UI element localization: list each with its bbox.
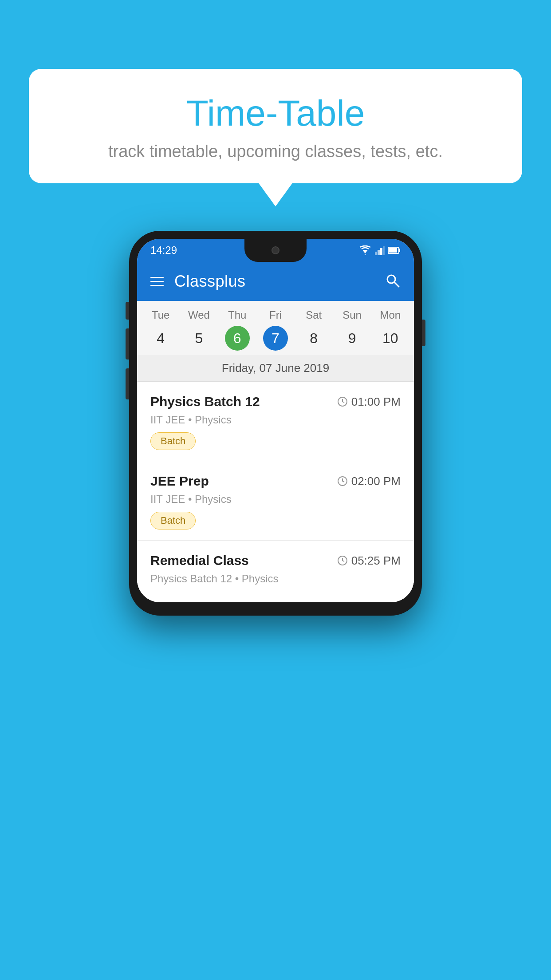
day-name: Fri	[269, 309, 282, 321]
class-name: Physics Batch 12	[150, 394, 260, 409]
bubble-title: Time-Table	[47, 93, 504, 133]
day-number: 5	[186, 326, 211, 351]
day-column-8[interactable]: Sat8	[295, 309, 333, 351]
volume-down-button	[126, 328, 129, 360]
svg-line-9	[394, 282, 399, 287]
day-number: 8	[301, 326, 326, 351]
schedule-item-top: JEE Prep 02:00 PM	[150, 474, 401, 489]
day-name: Sun	[342, 309, 362, 321]
selected-date-label: Friday, 07 June 2019	[137, 355, 414, 382]
app-header: Classplus	[137, 262, 414, 301]
search-button[interactable]	[385, 273, 401, 290]
svg-rect-1	[375, 252, 377, 255]
schedule-time: 05:25 PM	[337, 554, 401, 568]
phone-frame: 14:29	[129, 231, 422, 616]
batch-badge: Batch	[150, 432, 196, 450]
day-name: Wed	[188, 309, 210, 321]
days-row: Tue4Wed5Thu6Fri7Sat8Sun9Mon10	[137, 309, 414, 355]
day-column-7[interactable]: Fri7	[256, 309, 294, 351]
svg-rect-4	[383, 246, 385, 255]
phone-screen: 14:29	[137, 239, 414, 602]
battery-icon	[388, 246, 401, 254]
day-name: Thu	[228, 309, 246, 321]
svg-marker-0	[362, 250, 368, 253]
svg-rect-3	[380, 248, 382, 255]
status-icons	[359, 245, 401, 255]
svg-rect-2	[378, 250, 380, 255]
phone-mockup: 14:29	[129, 231, 422, 616]
status-time: 14:29	[150, 244, 177, 257]
day-name: Mon	[380, 309, 401, 321]
schedule-item-0[interactable]: Physics Batch 12 01:00 PM IIT JEE • Phys…	[137, 382, 414, 461]
wifi-icon	[359, 245, 371, 255]
day-number: 7	[263, 326, 288, 351]
search-icon	[385, 273, 401, 288]
day-number: 6	[225, 326, 250, 351]
day-column-4[interactable]: Tue4	[142, 309, 180, 351]
class-name: Remedial Class	[150, 553, 249, 568]
day-number: 9	[340, 326, 365, 351]
silent-button	[126, 368, 129, 399]
hamburger-button[interactable]	[150, 277, 164, 286]
schedule-item-top: Physics Batch 12 01:00 PM	[150, 394, 401, 409]
schedule-time: 02:00 PM	[337, 474, 401, 488]
schedule-list: Physics Batch 12 01:00 PM IIT JEE • Phys…	[137, 382, 414, 602]
schedule-details: IIT JEE • Physics	[150, 414, 401, 426]
day-column-6[interactable]: Thu6	[218, 309, 256, 351]
svg-rect-6	[399, 249, 400, 252]
app-title: Classplus	[174, 272, 246, 291]
schedule-item-2[interactable]: Remedial Class 05:25 PM Physics Batch 12…	[137, 541, 414, 602]
header-left: Classplus	[150, 272, 246, 291]
svg-rect-7	[389, 248, 397, 253]
clock-icon	[337, 476, 348, 486]
class-name: JEE Prep	[150, 474, 209, 489]
schedule-details: Physics Batch 12 • Physics	[150, 573, 401, 585]
bubble-subtitle: track timetable, upcoming classes, tests…	[47, 142, 504, 161]
phone-notch	[244, 239, 307, 262]
day-number: 4	[148, 326, 173, 351]
power-button	[422, 320, 425, 346]
day-name: Sat	[306, 309, 322, 321]
speech-bubble: Time-Table track timetable, upcoming cla…	[29, 69, 522, 183]
day-name: Tue	[152, 309, 169, 321]
day-column-9[interactable]: Sun9	[333, 309, 371, 351]
day-column-5[interactable]: Wed5	[180, 309, 218, 351]
status-bar: 14:29	[137, 239, 414, 262]
schedule-item-top: Remedial Class 05:25 PM	[150, 553, 401, 568]
calendar-strip: Tue4Wed5Thu6Fri7Sat8Sun9Mon10 Friday, 07…	[137, 301, 414, 382]
clock-icon	[337, 396, 348, 407]
signal-icon	[375, 245, 385, 255]
clock-icon	[337, 555, 348, 566]
schedule-item-1[interactable]: JEE Prep 02:00 PM IIT JEE • Physics Batc…	[137, 461, 414, 541]
volume-up-button	[126, 302, 129, 320]
front-camera	[272, 246, 279, 254]
batch-badge: Batch	[150, 512, 196, 530]
day-column-10[interactable]: Mon10	[371, 309, 409, 351]
day-number: 10	[378, 326, 403, 351]
speech-bubble-container: Time-Table track timetable, upcoming cla…	[29, 69, 522, 183]
schedule-time: 01:00 PM	[337, 395, 401, 409]
schedule-details: IIT JEE • Physics	[150, 493, 401, 506]
